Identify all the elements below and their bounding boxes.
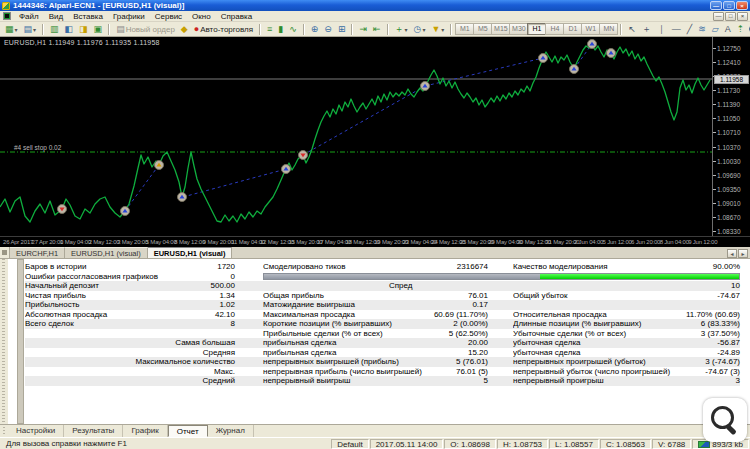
timeframe-button-m30[interactable]: M30 (509, 23, 528, 35)
tester-tabs-grip[interactable] (0, 425, 8, 438)
cursor-icon[interactable]: ↖ (625, 23, 639, 36)
time-tick-label: 9 Jun 12:00 (688, 239, 717, 245)
price-tick-label: 1.08670 (717, 214, 741, 221)
report-row: Всего сделок8Короткие позиции (% выиграв… (25, 319, 740, 329)
fibonacci-icon[interactable]: ≋ (695, 23, 709, 36)
periods-icon[interactable]: ◷▾ (411, 23, 429, 36)
tester-tab-2[interactable]: График (123, 425, 167, 437)
chart-tab-1[interactable]: EURUSD,H1 (visual) (65, 247, 148, 258)
report-pair: Прибыльность1.02 (25, 300, 235, 310)
quality-bar-green (540, 274, 740, 279)
time-tick-label: 9 May 20:00 (203, 239, 234, 245)
close-button[interactable]: × (736, 1, 748, 10)
report-label: Начальный депозит (25, 281, 211, 291)
templates-icon[interactable]: ▼▾ (428, 23, 447, 36)
tabs-scroll-left-icon[interactable]: ◄ (727, 249, 737, 258)
child-minimize-button[interactable]: — (713, 12, 724, 21)
toolbar-separator (450, 24, 452, 35)
line-chart-icon[interactable]: ∿ (286, 23, 300, 36)
chart-tab-2[interactable]: EURUSD,H1 (visual) (148, 247, 233, 258)
chart-window-icon[interactable] (3, 12, 11, 20)
report-label: Убыточные сделки (% от всех) (513, 329, 701, 339)
tester-tab-4[interactable]: Журнал (208, 425, 254, 437)
trade-marker-buy (570, 65, 579, 74)
tester-tab-0[interactable]: Настройки (8, 425, 64, 437)
navigator-icon[interactable]: ◨ (76, 23, 91, 36)
profiles-icon[interactable]: ▤▾ (21, 23, 40, 36)
report-value: Максимальное количество (136, 357, 235, 367)
arrow-objects-icon[interactable]: ⇡ (734, 23, 748, 36)
menu-item-0[interactable]: Файл (14, 11, 44, 22)
report-pair: убыточная сделка-56.87 (513, 338, 740, 348)
metaeditor-icon[interactable]: ◆ (178, 23, 191, 36)
title-bar[interactable]: 1444346: Alpari-ECN1 - [EURUSD,H1 (visua… (0, 0, 750, 11)
text-icon[interactable]: A (722, 23, 734, 36)
timeframe-button-m1[interactable]: M1 (455, 23, 474, 35)
bar-chart-icon[interactable]: ≡ (264, 23, 275, 36)
crosshair-icon[interactable]: ＋ (639, 23, 654, 36)
auto-scroll-icon[interactable]: ⇥ (356, 23, 370, 36)
data-window-icon[interactable]: ◧ (62, 23, 77, 36)
terminal-icon[interactable]: ▣ (91, 23, 106, 36)
metaeditor-glyph: ◆ (181, 24, 188, 35)
menu-item-1[interactable]: Вид (44, 11, 68, 22)
candlestick-chart-icon[interactable]: ▮ (275, 23, 286, 36)
price-axis[interactable]: 1.11958 1.127501.124101.120701.117301.11… (712, 37, 750, 236)
timeframe-button-m5[interactable]: M5 (473, 23, 492, 35)
menu-item-6[interactable]: Справка (216, 11, 257, 22)
trendline-icon[interactable]: ╱ (684, 23, 695, 36)
indicators-icon[interactable]: ＋▾ (392, 23, 411, 36)
tester-tab-1[interactable]: Результаты (64, 425, 123, 437)
window-title: 1444346: Alpari-ECN1 - [EURUSD,H1 (visua… (13, 1, 184, 10)
menu-item-5[interactable]: Окно (187, 11, 216, 22)
report-pair: Баров в истории1720 (25, 262, 235, 272)
new-order-button[interactable]: ▤Новый ордер (113, 23, 178, 36)
report-value: 76.01 (5) (456, 367, 488, 377)
zoom-in-icon[interactable]: ⊕ (308, 23, 322, 36)
toolbar-separator (42, 24, 44, 35)
tester-scrollbar[interactable] (17, 259, 24, 424)
report-label: убыточная сделка (513, 338, 717, 348)
tester-tab-3[interactable]: Отчет (168, 425, 208, 437)
status-segment-1: 2017.05.11 14:00 (370, 439, 444, 449)
restore-button[interactable]: □ (723, 1, 735, 10)
timeframe-button-d1[interactable]: D1 (563, 23, 582, 35)
market-watch-icon[interactable]: ▥ (47, 23, 62, 36)
child-close-button[interactable]: × (737, 12, 748, 21)
tester-panel-grip[interactable] (0, 259, 8, 424)
chart-shift-icon[interactable]: ⇤ (370, 23, 384, 36)
report-pair: Всего сделок8 (25, 319, 235, 329)
timeframe-button-h1[interactable]: H1 (527, 23, 546, 35)
new-chart-icon[interactable]: ▦▾ (2, 23, 21, 36)
timeframe-button-h4[interactable]: H4 (545, 23, 564, 35)
price-tick-label: 1.11390 (717, 101, 740, 108)
shapes-icon[interactable]: ▱ (709, 23, 722, 36)
menu-item-3[interactable]: Графики (108, 11, 150, 22)
timeframe-button-w1[interactable]: W1 (581, 23, 600, 35)
timeframe-button-m15[interactable]: M15 (491, 23, 510, 35)
report-pair: Средний (25, 376, 235, 386)
candlestick-chart-glyph: ▮ (278, 24, 283, 35)
status-segment-5: C: 1.08563 (600, 439, 651, 449)
price-tick-label: 1.12410 (717, 59, 741, 66)
zoom-out-icon[interactable]: ⊖ (321, 23, 335, 36)
report-label (25, 338, 175, 348)
price-chart[interactable] (0, 37, 712, 236)
minimize-button[interactable]: — (710, 1, 722, 10)
toolbar-separator (259, 24, 261, 35)
menu-item-4[interactable]: Сервис (150, 11, 187, 22)
tile-windows-icon[interactable]: ⊞ (335, 23, 349, 36)
chart-window[interactable]: EURUSD,H1 1.11949 1.11976 1.11935 1.1195… (0, 37, 750, 247)
menu-item-2[interactable]: Вставка (68, 11, 108, 22)
magnifier-overlay-icon[interactable] (703, 398, 747, 442)
report-label (25, 376, 202, 386)
time-axis[interactable]: 26 Apr 201727 Apr 20:001 May 04:002 May … (0, 236, 750, 247)
vertical-line-icon[interactable]: ｜ (654, 23, 669, 36)
horizontal-line-icon[interactable]: — (669, 23, 684, 36)
child-restore-button[interactable]: □ (725, 12, 736, 21)
tabs-scroll-right-icon[interactable]: ► (738, 249, 748, 258)
chart-tab-0[interactable]: EURCHF,H1 (10, 247, 65, 258)
auto-trading-button[interactable]: ●Авто-торговля (191, 23, 256, 36)
timeframe-button-mn[interactable]: MN (599, 23, 618, 35)
report-label (25, 367, 214, 377)
